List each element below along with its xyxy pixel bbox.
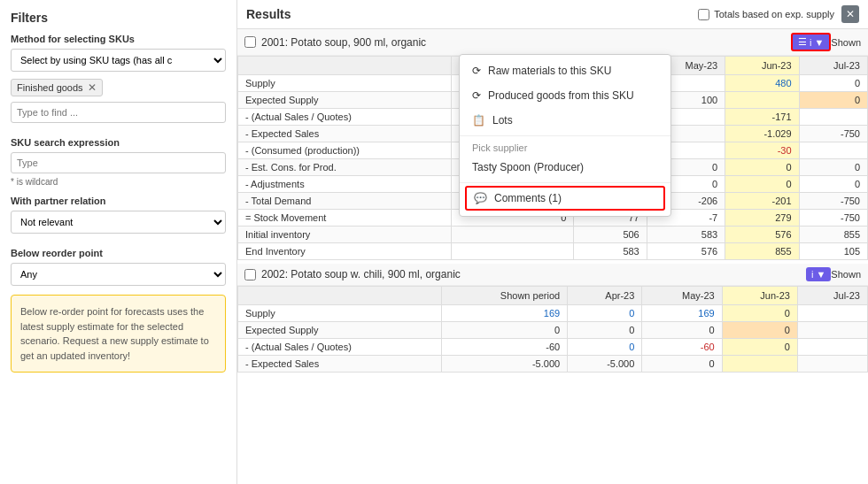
cell: -30 [725, 142, 799, 159]
cell: 0 [568, 339, 642, 356]
totals-label: Totals based on exp. supply [714, 9, 834, 19]
sku-expr-label: SKU search expression [11, 137, 226, 148]
cell: 279 [725, 210, 799, 227]
sku1-action-button[interactable]: ☰ i ▼ [791, 33, 831, 51]
cell: 855 [799, 227, 867, 243]
sidebar: Filters Method for selecting SKUs Select… [0, 0, 237, 484]
sku1-shown-label: Shown [831, 37, 861, 48]
totals-checkbox-label[interactable]: Totals based on exp. supply [698, 9, 834, 20]
cell: -5.000 [568, 356, 642, 373]
cell: 0 [722, 322, 797, 339]
row-label: Supply [238, 75, 452, 92]
results-header: Results Totals based on exp. supply ✕ [237, 0, 868, 29]
tag-badge: Finished goods ✕ [11, 79, 103, 96]
sku1-dropdown: ⟳ Raw materials to this SKU ⟳ Produced g… [459, 54, 671, 217]
method-select[interactable]: Select by using SKU tags (has all c [11, 49, 226, 72]
table-row: Expected Supply 0 0 0 0 [238, 322, 868, 339]
table-row: End Inventory 583 576 855 105 [238, 243, 868, 260]
lots-icon: 📋 [472, 114, 485, 127]
row-label: Initial inventory [238, 227, 452, 243]
reorder-select[interactable]: Any [11, 263, 226, 286]
sku1-btn-icon: ☰ [798, 36, 807, 48]
cell: -750 [799, 126, 867, 142]
sidebar-title: Filters [11, 11, 226, 25]
cell: -1.029 [725, 126, 799, 142]
sku2-btn-label: i [811, 269, 813, 280]
close-button[interactable]: ✕ [841, 5, 859, 23]
table2-col-jun: Jun-23 [722, 287, 797, 305]
row-label: - Adjustments [238, 176, 452, 193]
table2-col-header-label [238, 287, 442, 305]
cell: 855 [725, 243, 799, 260]
warning-box: Below re-order point for forecasts uses … [11, 295, 226, 373]
cell: -171 [725, 109, 799, 126]
pick-supplier-section: Pick supplier [460, 139, 670, 155]
tag-remove-icon[interactable]: ✕ [88, 81, 97, 94]
cell: 576 [647, 243, 725, 260]
main-panel: Results Totals based on exp. supply ✕ 20… [237, 0, 868, 484]
reorder-label: Below reorder point [11, 248, 226, 258]
cell: -5.000 [442, 356, 568, 373]
row-label: Expected Supply [238, 92, 452, 109]
cell: 0 [442, 322, 568, 339]
cell: -750 [799, 210, 867, 227]
sku1-label: 2001: Potato soup, 900 ml, organic [261, 36, 786, 49]
cell: 506 [574, 227, 647, 243]
cell: 583 [647, 227, 725, 243]
dropdown-lots[interactable]: 📋 Lots [460, 108, 670, 133]
row-label: = Stock Movement [238, 210, 452, 227]
sku2-shown-label: Shown [831, 269, 861, 280]
dropdown-raw-materials[interactable]: ⟳ Raw materials to this SKU [460, 58, 670, 83]
supplier-label: Tasty Spoon (Producer) [472, 161, 584, 173]
cell [799, 109, 867, 126]
cell [451, 227, 574, 243]
partner-select[interactable]: Not relevant [11, 211, 226, 234]
totals-checkbox[interactable] [698, 9, 709, 20]
comment-icon: 💬 [474, 192, 487, 204]
sku1-checkbox[interactable] [244, 36, 256, 48]
lots-label: Lots [492, 114, 513, 127]
row-label: - Expected Sales [238, 356, 442, 373]
cell: 0 [799, 159, 867, 176]
dropdown-divider2 [460, 182, 670, 183]
table2-col-may: May-23 [642, 287, 722, 305]
table1-col-jun: Jun-23 [725, 57, 799, 75]
dropdown-comments[interactable]: 💬 Comments (1) [465, 186, 665, 211]
dropdown-produced-goods[interactable]: ⟳ Produced goods from this SKU [460, 83, 670, 108]
dropdown-supplier[interactable]: Tasty Spoon (Producer) [460, 155, 670, 180]
produced-goods-label: Produced goods from this SKU [488, 89, 634, 102]
results-title: Results [246, 7, 291, 21]
sku2-chevron-icon: ▼ [816, 269, 825, 280]
table2-col-jul: Jul-23 [797, 287, 867, 305]
close-icon: ✕ [846, 8, 855, 20]
cell: 169 [642, 305, 722, 322]
cell: 0 [799, 92, 867, 109]
cell: 0 [725, 176, 799, 193]
cell: 576 [725, 227, 799, 243]
row-label: - (Actual Sales / Quotes) [238, 109, 452, 126]
table-area[interactable]: 2001: Potato soup, 900 ml, organic ☰ i ▼… [237, 29, 868, 480]
sku1-btn-label: i [810, 37, 811, 48]
sku2-checkbox[interactable] [244, 269, 256, 280]
find-input[interactable] [11, 102, 226, 123]
row-label: - Est. Cons. for Prod. [238, 159, 452, 176]
table1-col-header-label [238, 57, 452, 75]
cell: -60 [642, 339, 722, 356]
pick-supplier-label: Pick supplier [472, 142, 527, 153]
row-label: Supply [238, 305, 442, 322]
cell: 0 [722, 339, 797, 356]
row-label: - Expected Sales [238, 126, 452, 142]
cell: -750 [799, 193, 867, 210]
sku2-row: 2002: Potato soup w. chili, 900 ml, orga… [237, 264, 868, 286]
cell: -60 [442, 339, 568, 356]
sku1-row: 2001: Potato soup, 900 ml, organic ☰ i ▼… [237, 29, 868, 56]
wildcard-hint: * is wildcard [11, 177, 226, 187]
tag-label: Finished goods [17, 82, 83, 93]
row-label: End Inventory [238, 243, 452, 260]
sku1-chevron-icon: ▼ [814, 37, 824, 48]
sku-type-input[interactable] [11, 152, 226, 173]
results-right: Totals based on exp. supply ✕ [698, 5, 859, 23]
cell [725, 92, 799, 109]
sku2-label: 2002: Potato soup w. chili, 900 ml, orga… [261, 268, 801, 280]
sku2-action-button[interactable]: i ▼ [806, 267, 831, 281]
